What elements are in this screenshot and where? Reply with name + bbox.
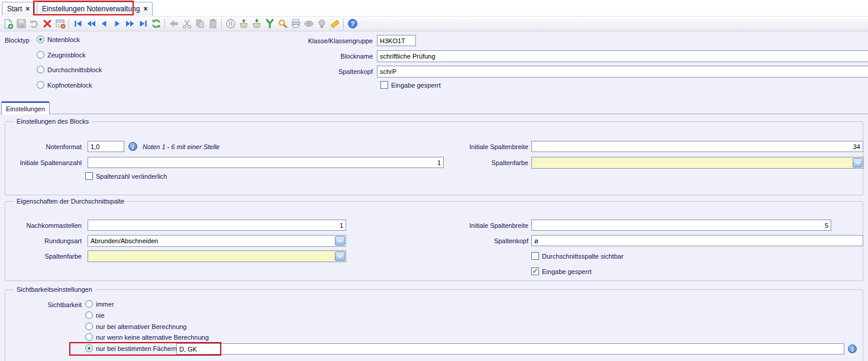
nachkommastellen-input[interactable] [88,220,346,231]
blockname-label: Blockname [237,53,373,60]
blocktyp-label: Blocktyp [5,37,30,44]
avg-spaltenbreite-input[interactable] [531,220,831,231]
spaltenkopf-label: Spaltenkopf [237,68,373,75]
faecher-input[interactable] [176,343,844,354]
search-icon[interactable] [276,18,289,30]
rundungsart-combo[interactable]: Abrunden/Abschneiden [88,235,346,247]
radio-nie[interactable]: nie [85,311,105,319]
tab-start[interactable]: Start × [2,2,35,15]
checkbox-checked-icon[interactable]: ✓ [531,267,539,275]
radio-label: Zeugnisblock [47,51,86,59]
blockname-input[interactable] [377,50,868,62]
notenformat-input[interactable] [88,141,124,152]
rundungsart-label: Rundungsart [0,237,82,244]
spaltenkopf-input[interactable] [377,66,868,78]
copy-icon[interactable] [193,18,206,30]
radio-icon[interactable] [85,333,93,341]
nav-first-icon[interactable] [72,18,84,30]
radio-zeugnisblock[interactable]: Zeugnisblock [37,51,86,59]
checkbox-label: Eingabe gesperrt [542,268,592,275]
radio-label: nie [96,312,105,319]
chevron-down-icon[interactable] [853,158,863,167]
tab-settings-label: Einstellungen Notenverwaltung [42,5,140,13]
radio-icon[interactable] [37,51,44,59]
help-icon[interactable]: ? [346,18,359,30]
radio-nur-wenn-keine-alternative-berechnung[interactable]: nur wenn keine alternative Berechnung [85,333,209,341]
toolbar-separator [69,18,69,29]
horn-icon[interactable] [328,18,341,30]
radio-nur-bei-alternativer-berechnung[interactable]: nur bei alternativer Berechnung [85,323,186,330]
radio-label: Kopfnotenblock [47,82,92,89]
checkbox-label: Spaltenzahl veränderlich [96,173,167,180]
checkbox-icon[interactable] [531,252,539,260]
chevron-down-icon[interactable] [335,236,345,246]
radio-notenblock[interactable]: Notenblock [37,36,80,43]
radio-immer[interactable]: immer [85,300,114,308]
radio-label: Durchschnittsblock [47,66,102,73]
save-icon[interactable] [15,18,27,30]
main-toolbar: ? [0,16,868,31]
pin-icon[interactable] [224,18,237,30]
radio-label: Notenblock [47,36,80,43]
radio-durchschnittsblock[interactable]: Durchschnittsblock [37,66,102,73]
radio-icon[interactable] [37,36,44,43]
sichtbarkeit-label: Sichtbarkeit [0,301,82,308]
radio-icon[interactable] [85,323,93,330]
checkbox-label: Durchschnittsspalte sichtbar [542,253,624,260]
bulb-icon[interactable] [315,18,328,30]
toolbar-separator [221,18,222,29]
notenformat-hint: Noten 1 - 6 mit einer Stelle [143,143,220,150]
radio-kopfnotenblock[interactable]: Kopfnotenblock [37,81,92,89]
filter-icon[interactable] [263,18,276,30]
radio-icon[interactable] [85,300,93,308]
nav-next-fast-icon[interactable] [124,18,136,30]
radio-nur-bei-bestimmten-faechern[interactable]: nur bei bestimmten Fächern: [85,344,179,352]
nav-prev-icon[interactable] [98,18,110,30]
eye-icon[interactable] [302,18,315,30]
chevron-down-icon[interactable] [335,252,345,261]
radio-icon[interactable] [85,311,93,319]
checkbox-icon[interactable] [380,81,388,89]
info-icon[interactable]: i [128,142,137,151]
nav-last-icon[interactable] [137,18,149,30]
checkbox-label: Eingabe gesperrt [391,82,441,89]
tab-einstellungen-notenverwaltung[interactable]: Einstellungen Notenverwaltung × [37,2,153,15]
edit-form-icon[interactable] [54,18,66,30]
eingabe-gesperrt-checkbox[interactable]: Eingabe gesperrt [380,81,441,89]
delete-icon[interactable] [41,18,53,30]
klasse-label: Klasse/Klassengruppe [237,37,373,44]
close-icon[interactable]: × [25,5,30,13]
durchschnittsspalte-sichtbar-checkbox[interactable]: Durchschnittsspalte sichtbar [531,252,624,260]
cut-icon[interactable] [180,18,193,30]
checkbox-icon[interactable] [85,172,93,180]
paste-icon[interactable] [206,18,219,30]
nav-prev-fast-icon[interactable] [85,18,97,30]
spaltenbreite-input[interactable] [531,141,863,152]
avg-eingabe-gesperrt-checkbox[interactable]: ✓ Eingabe gesperrt [531,267,592,275]
new-record-icon[interactable] [2,18,14,30]
import-basket-icon[interactable] [237,18,250,30]
document-tabbar: Start × Einstellungen Notenverwaltung × [0,0,868,16]
refresh-icon[interactable] [150,18,162,30]
klasse-input[interactable] [377,35,416,46]
back-arrow-icon[interactable] [167,18,180,30]
radio-label: nur bei alternativer Berechnung [96,323,186,330]
spaltenanzahl-input[interactable] [88,157,444,168]
spaltenfarbe-combo[interactable] [531,157,864,169]
undo-icon[interactable] [28,18,40,30]
svg-text:?: ? [350,20,354,27]
info-icon[interactable]: i [848,344,857,353]
nav-next-icon[interactable] [111,18,123,30]
tab-label: Einstellungen [6,105,45,112]
spaltenfarbe-label: Spaltenfarbe [414,159,528,166]
avg-spaltenkopf-input[interactable] [531,235,863,246]
close-icon[interactable]: × [143,5,147,13]
radio-icon[interactable] [85,344,93,352]
print-icon[interactable] [289,18,302,30]
tab-einstellungen[interactable]: Einstellungen [1,101,50,114]
radio-icon[interactable] [37,81,44,89]
spaltenzahl-veraenderlich-checkbox[interactable]: Spaltenzahl veränderlich [85,172,167,180]
avg-spaltenfarbe-combo[interactable] [88,250,346,262]
export-basket-icon[interactable] [250,18,263,30]
radio-icon[interactable] [37,66,44,73]
